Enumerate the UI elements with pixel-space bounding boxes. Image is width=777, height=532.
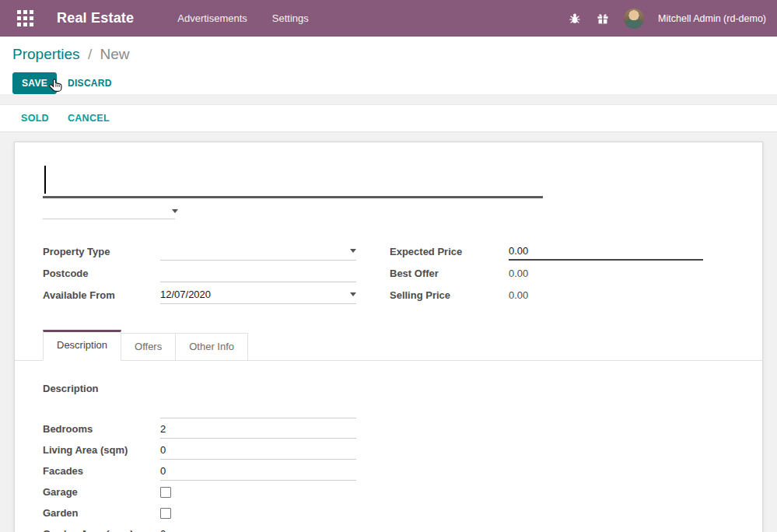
property-tags-input[interactable] (43, 199, 175, 219)
field-row-garden: Garden (43, 502, 734, 523)
chevron-down-icon (350, 292, 356, 296)
living-area-value: 0 (160, 444, 166, 456)
text-caret (44, 166, 46, 194)
selling-price-text: 0.00 (509, 289, 528, 301)
best-offer-text: 0.00 (509, 268, 528, 279)
selling-price-value: 0.00 (509, 285, 703, 304)
navbar-right: Mitchell Admin (rd-demo) (568, 9, 766, 29)
tab-offers[interactable]: Offers (121, 333, 176, 360)
bedrooms-value: 2 (160, 423, 166, 435)
breadcrumb: Properties / New (12, 46, 765, 63)
apps-grid-icon[interactable] (17, 10, 33, 26)
field-row-expected-price: Expected Price 0.00 (390, 240, 703, 262)
property-type-input[interactable] (160, 242, 356, 261)
top-navbar: Real Estate Advertisements Settings (0, 0, 777, 37)
postcode-input[interactable] (160, 264, 356, 282)
garage-checkbox[interactable] (160, 487, 171, 498)
right-column: Expected Price 0.00 Best Offer 0.00 Sell… (390, 240, 703, 306)
garden-area-input[interactable]: 0 (160, 525, 356, 532)
menu-advertisements[interactable]: Advertisements (176, 9, 249, 27)
breadcrumb-current: New (100, 46, 129, 62)
sold-button[interactable]: SOLD (21, 113, 49, 124)
available-from-label: Available From (43, 289, 160, 301)
garden-label: Garden (43, 507, 160, 519)
chevron-down-icon (350, 249, 356, 253)
garden-area-label: Garden Area (sqm) (43, 528, 160, 532)
postcode-label: Postcode (43, 268, 160, 279)
cancel-button[interactable]: CANCEL (68, 113, 110, 124)
field-row-garage: Garage (43, 481, 734, 502)
field-row-best-offer: Best Offer 0.00 (390, 262, 703, 284)
discard-button[interactable]: DISCARD (68, 78, 112, 89)
description-input[interactable] (160, 383, 356, 418)
living-area-input[interactable]: 0 (160, 441, 356, 460)
bug-icon[interactable] (568, 12, 582, 26)
app-title[interactable]: Real Estate (57, 10, 134, 26)
expected-price-input[interactable]: 0.00 (509, 242, 703, 261)
bedrooms-label: Bedrooms (43, 423, 160, 435)
menu-settings[interactable]: Settings (271, 9, 310, 27)
field-row-description: Description (43, 383, 734, 418)
property-title-input[interactable] (43, 162, 543, 198)
statusbar: SOLD CANCEL (0, 104, 777, 132)
user-name[interactable]: Mitchell Admin (rd-demo) (658, 13, 766, 24)
tab-other-info[interactable]: Other Info (175, 333, 248, 360)
main-field-group: Property Type Postcode Available From (43, 240, 734, 306)
form-sheet: Property Type Postcode Available From (14, 142, 763, 532)
left-column: Property Type Postcode Available From (43, 240, 356, 306)
bedrooms-input[interactable]: 2 (160, 420, 356, 439)
field-row-bedrooms: Bedrooms 2 (43, 418, 734, 439)
facades-label: Facades (43, 465, 160, 477)
garage-label: Garage (43, 486, 160, 498)
facades-value: 0 (160, 465, 166, 477)
expected-price-label: Expected Price (390, 246, 509, 257)
facades-input[interactable]: 0 (160, 462, 356, 481)
description-tab-page: Description Bedrooms 2 Living Area (sqm)… (43, 361, 734, 532)
control-panel: Properties / New SAVE DISCARD (0, 37, 777, 94)
breadcrumb-separator: / (84, 46, 96, 62)
field-row-selling-price: Selling Price 0.00 (390, 284, 703, 306)
gift-icon[interactable] (596, 12, 610, 26)
selling-price-label: Selling Price (390, 289, 509, 301)
nav-menus: Advertisements Settings (176, 9, 310, 27)
save-button[interactable]: SAVE (12, 72, 57, 94)
breadcrumb-properties-link[interactable]: Properties (12, 46, 80, 62)
available-from-input[interactable]: 12/07/2020 (160, 285, 356, 304)
field-row-property-type: Property Type (43, 240, 356, 262)
expected-price-value: 0.00 (509, 245, 528, 257)
garden-area-value: 0 (160, 528, 166, 532)
tab-description[interactable]: Description (43, 330, 121, 361)
notebook-tabs: Description Offers Other Info (15, 330, 762, 361)
garden-checkbox[interactable] (160, 508, 171, 519)
available-from-value: 12/07/2020 (160, 289, 211, 300)
chevron-down-icon (172, 209, 178, 213)
best-offer-label: Best Offer (390, 268, 509, 279)
property-type-label: Property Type (43, 246, 160, 257)
best-offer-value: 0.00 (509, 264, 703, 282)
field-row-facades: Facades 0 (43, 460, 734, 481)
field-row-available-from: Available From 12/07/2020 (43, 284, 356, 306)
user-avatar[interactable] (624, 9, 644, 29)
description-label: Description (43, 383, 160, 394)
field-row-garden-area: Garden Area (sqm) 0 (43, 523, 734, 532)
field-row-living-area: Living Area (sqm) 0 (43, 439, 734, 460)
living-area-label: Living Area (sqm) (43, 444, 160, 456)
field-row-postcode: Postcode (43, 262, 356, 284)
control-panel-buttons: SAVE DISCARD (12, 72, 765, 94)
form-view: Property Type Postcode Available From (0, 132, 777, 532)
